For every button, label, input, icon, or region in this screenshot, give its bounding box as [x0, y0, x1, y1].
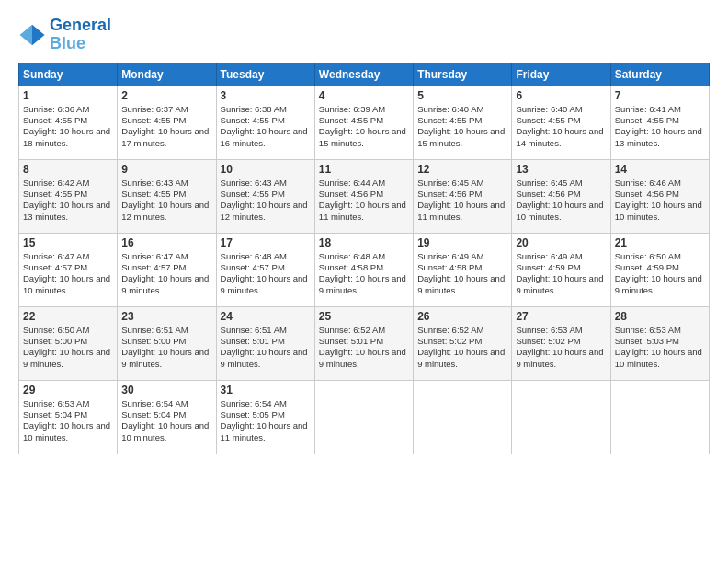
day-info: Sunrise: 6:38 AM	[221, 104, 311, 115]
day-info: Daylight: 10 hours and 9 minutes.	[319, 273, 409, 296]
day-info: Sunset: 4:56 PM	[516, 189, 606, 200]
week-row-3: 15Sunrise: 6:47 AMSunset: 4:57 PMDayligh…	[19, 233, 710, 306]
day-info: Sunrise: 6:53 AM	[23, 398, 113, 409]
table-row: 28Sunrise: 6:53 AMSunset: 5:03 PMDayligh…	[610, 306, 709, 380]
day-info: Daylight: 10 hours and 11 minutes.	[319, 200, 409, 223]
day-info: Sunrise: 6:40 AM	[417, 104, 507, 115]
calendar-page: General Blue Sunday Monday Tuesday Wedne…	[0, 0, 728, 563]
day-info: Sunrise: 6:44 AM	[319, 178, 409, 189]
day-info: Sunrise: 6:45 AM	[417, 178, 507, 189]
day-info: Sunset: 4:55 PM	[121, 115, 211, 126]
day-info: Daylight: 10 hours and 13 minutes.	[615, 126, 705, 149]
week-row-4: 22Sunrise: 6:50 AMSunset: 5:00 PMDayligh…	[19, 306, 710, 380]
day-number: 12	[417, 163, 507, 176]
day-number: 16	[121, 236, 211, 249]
day-info: Sunrise: 6:49 AM	[516, 251, 606, 262]
day-info: Sunset: 5:02 PM	[516, 336, 606, 347]
day-number: 25	[319, 310, 409, 323]
day-number: 21	[615, 236, 705, 249]
day-number: 15	[23, 236, 113, 249]
day-info: Sunset: 4:55 PM	[221, 189, 311, 200]
table-row	[610, 380, 709, 454]
table-row: 17Sunrise: 6:48 AMSunset: 4:57 PMDayligh…	[216, 233, 314, 306]
day-info: Sunset: 5:00 PM	[23, 336, 113, 347]
day-info: Daylight: 10 hours and 9 minutes.	[121, 347, 211, 370]
table-row: 29Sunrise: 6:53 AMSunset: 5:04 PMDayligh…	[19, 380, 118, 454]
table-row: 1Sunrise: 6:36 AMSunset: 4:55 PMDaylight…	[19, 86, 118, 159]
day-info: Sunrise: 6:41 AM	[615, 104, 705, 115]
day-info: Daylight: 10 hours and 18 minutes.	[23, 126, 113, 149]
table-row: 14Sunrise: 6:46 AMSunset: 4:56 PMDayligh…	[610, 159, 709, 233]
col-thursday: Thursday	[414, 63, 512, 86]
logo-text: General Blue	[50, 17, 111, 53]
table-row: 12Sunrise: 6:45 AMSunset: 4:56 PMDayligh…	[414, 159, 512, 233]
day-info: Sunset: 4:55 PM	[221, 115, 311, 126]
col-saturday: Saturday	[610, 63, 709, 86]
day-info: Sunrise: 6:49 AM	[417, 251, 507, 262]
day-number: 1	[23, 89, 113, 102]
day-info: Sunset: 4:57 PM	[121, 262, 211, 273]
day-info: Sunrise: 6:53 AM	[516, 325, 606, 336]
day-number: 9	[121, 163, 211, 176]
day-info: Daylight: 10 hours and 10 minutes.	[121, 420, 211, 443]
day-number: 26	[417, 310, 507, 323]
day-number: 22	[23, 310, 113, 323]
day-info: Sunrise: 6:43 AM	[221, 178, 311, 189]
day-info: Sunrise: 6:47 AM	[121, 251, 211, 262]
table-row	[314, 380, 413, 454]
day-info: Daylight: 10 hours and 15 minutes.	[319, 126, 409, 149]
day-info: Sunset: 4:55 PM	[23, 189, 113, 200]
day-info: Sunset: 4:55 PM	[121, 189, 211, 200]
day-info: Daylight: 10 hours and 9 minutes.	[319, 347, 409, 370]
table-row	[512, 380, 610, 454]
table-row: 8Sunrise: 6:42 AMSunset: 4:55 PMDaylight…	[19, 159, 118, 233]
day-info: Sunrise: 6:54 AM	[221, 398, 311, 409]
day-info: Daylight: 10 hours and 9 minutes.	[615, 273, 705, 296]
table-row: 2Sunrise: 6:37 AMSunset: 4:55 PMDaylight…	[118, 86, 216, 159]
col-friday: Friday	[512, 63, 610, 86]
col-tuesday: Tuesday	[216, 63, 314, 86]
day-number: 27	[516, 310, 606, 323]
day-info: Sunset: 4:55 PM	[23, 115, 113, 126]
day-info: Sunrise: 6:39 AM	[319, 104, 409, 115]
day-number: 24	[221, 310, 311, 323]
header: General Blue	[18, 17, 710, 53]
day-info: Sunset: 4:58 PM	[417, 262, 507, 273]
day-number: 18	[319, 236, 409, 249]
day-info: Sunrise: 6:40 AM	[516, 104, 606, 115]
day-info: Sunset: 5:01 PM	[221, 336, 311, 347]
table-row: 25Sunrise: 6:52 AMSunset: 5:01 PMDayligh…	[314, 306, 413, 380]
table-row: 4Sunrise: 6:39 AMSunset: 4:55 PMDaylight…	[314, 86, 413, 159]
day-info: Sunrise: 6:52 AM	[417, 325, 507, 336]
day-number: 19	[417, 236, 507, 249]
day-info: Sunrise: 6:50 AM	[615, 251, 705, 262]
day-info: Sunset: 4:55 PM	[319, 115, 409, 126]
day-info: Daylight: 10 hours and 15 minutes.	[417, 126, 507, 149]
day-number: 17	[221, 236, 311, 249]
day-number: 29	[23, 384, 113, 396]
day-info: Sunrise: 6:47 AM	[23, 251, 113, 262]
calendar-table: Sunday Monday Tuesday Wednesday Thursday…	[18, 63, 710, 454]
day-info: Daylight: 10 hours and 11 minutes.	[417, 200, 507, 223]
day-info: Daylight: 10 hours and 16 minutes.	[221, 126, 311, 149]
table-row	[414, 380, 512, 454]
table-row: 18Sunrise: 6:48 AMSunset: 4:58 PMDayligh…	[314, 233, 413, 306]
week-row-1: 1Sunrise: 6:36 AMSunset: 4:55 PMDaylight…	[19, 86, 710, 159]
day-number: 30	[121, 384, 211, 396]
day-number: 11	[319, 163, 409, 176]
day-info: Daylight: 10 hours and 9 minutes.	[221, 273, 311, 296]
day-number: 2	[121, 89, 211, 102]
day-number: 8	[23, 163, 113, 176]
day-info: Sunrise: 6:36 AM	[23, 104, 113, 115]
table-row: 15Sunrise: 6:47 AMSunset: 4:57 PMDayligh…	[19, 233, 118, 306]
day-info: Daylight: 10 hours and 10 minutes.	[23, 273, 113, 296]
day-info: Sunrise: 6:51 AM	[221, 325, 311, 336]
day-number: 10	[221, 163, 311, 176]
table-row: 16Sunrise: 6:47 AMSunset: 4:57 PMDayligh…	[118, 233, 216, 306]
col-monday: Monday	[118, 63, 216, 86]
col-wednesday: Wednesday	[314, 63, 413, 86]
day-info: Sunset: 5:02 PM	[417, 336, 507, 347]
week-row-2: 8Sunrise: 6:42 AMSunset: 4:55 PMDaylight…	[19, 159, 710, 233]
table-row: 10Sunrise: 6:43 AMSunset: 4:55 PMDayligh…	[216, 159, 314, 233]
day-info: Sunset: 4:59 PM	[516, 262, 606, 273]
